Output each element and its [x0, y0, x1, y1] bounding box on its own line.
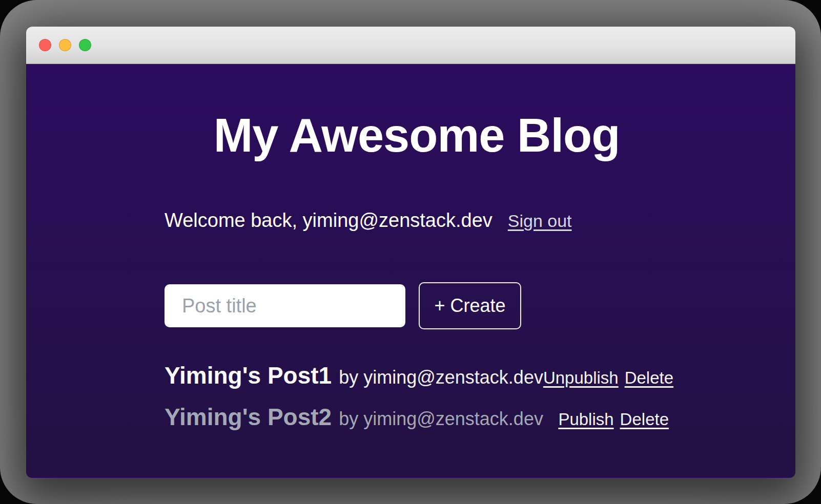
page-content: My Awesome Blog Welcome back, yiming@zen…	[26, 64, 795, 477]
window-titlebar	[26, 27, 795, 64]
welcome-row: Welcome back, yiming@zenstack.dev Sign o…	[165, 208, 669, 233]
post-list: Yiming's Post1 by yiming@zenstack.dev Un…	[165, 361, 669, 432]
post-title-input[interactable]	[165, 284, 405, 327]
publish-link[interactable]: Publish	[558, 410, 613, 429]
delete-link[interactable]: Delete	[620, 410, 669, 429]
post-info: Yiming's Post2 by yiming@zenstack.dev	[165, 403, 543, 432]
close-button[interactable]	[39, 39, 51, 51]
post-byline: by yiming@zenstack.dev	[339, 408, 543, 430]
zoom-button[interactable]	[79, 39, 91, 51]
create-button[interactable]: + Create	[419, 282, 521, 329]
post-info: Yiming's Post1 by yiming@zenstack.dev	[165, 361, 543, 390]
post-row: Yiming's Post1 by yiming@zenstack.dev Un…	[165, 361, 669, 390]
post-actions: Unpublish Delete	[543, 368, 673, 388]
delete-link[interactable]: Delete	[625, 368, 673, 388]
sign-out-link[interactable]: Sign out	[508, 209, 572, 233]
post-actions: Publish Delete	[558, 410, 669, 429]
create-post-row: + Create	[165, 282, 669, 329]
welcome-text: Welcome back, yiming@zenstack.dev	[165, 208, 492, 232]
post-title: Yiming's Post1	[165, 361, 332, 390]
page-title: My Awesome Blog	[165, 112, 669, 159]
post-title: Yiming's Post2	[165, 403, 332, 432]
main-container: My Awesome Blog Welcome back, yiming@zen…	[165, 64, 669, 432]
desktop-background: My Awesome Blog Welcome back, yiming@zen…	[0, 0, 821, 504]
app-window: My Awesome Blog Welcome back, yiming@zen…	[26, 27, 795, 478]
post-row: Yiming's Post2 by yiming@zenstack.dev Pu…	[165, 403, 669, 432]
minimize-button[interactable]	[59, 39, 71, 51]
unpublish-link[interactable]: Unpublish	[543, 368, 619, 388]
post-byline: by yiming@zenstack.dev	[339, 367, 543, 388]
